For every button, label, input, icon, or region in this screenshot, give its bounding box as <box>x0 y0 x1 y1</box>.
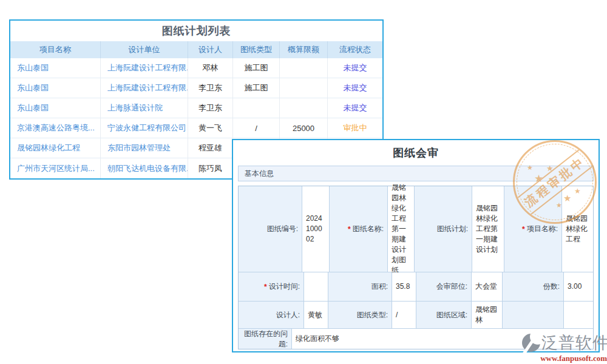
cell-status: 未提交 <box>328 78 382 98</box>
cell-unit[interactable]: 上海阮建设计工程有限... <box>101 78 188 98</box>
label-drawing-region: 图纸区域: <box>416 302 472 328</box>
field-copies[interactable]: 3.00 <box>564 272 593 301</box>
review-form: 图纸编号: 2024100002 *图纸名称: 晟铭园林绿化工程第一期建设计划图… <box>238 186 594 349</box>
label-drawing-type: 图纸类型: <box>328 302 392 328</box>
table-row[interactable]: 东山泰国 上海阮建设计工程有限... 李卫东 施工图 未提交 <box>10 78 382 98</box>
cell-status: 审批中 <box>328 118 382 138</box>
field-drawing-type[interactable]: / <box>392 302 416 328</box>
vendor-url: www.fanpusoft.com <box>522 354 607 363</box>
field-design-time[interactable] <box>304 272 328 301</box>
cell-project[interactable]: 广州市天河区统计局... <box>10 158 101 178</box>
vendor-logo: 泛普软件 www.fanpusoft.com <box>522 332 607 363</box>
cell-designer: 陈巧凤 <box>188 158 233 178</box>
table-row[interactable]: 东山泰国 上海阮建设计工程有限... 邓林 施工图 未提交 <box>10 58 382 78</box>
cell-designer: 黄一飞 <box>188 118 233 138</box>
plan-list-header: 项目名称 设计单位 设计人 图纸类型 概算限额 流程状态 <box>10 41 382 58</box>
field-drawing-number[interactable]: 2024100002 <box>302 186 330 272</box>
label-review-location: 会审部位: <box>416 272 472 301</box>
field-drawing-plan[interactable]: 晟铭园林绿化工程第一期建设计划 <box>472 186 504 272</box>
required-mark: * <box>348 225 351 234</box>
field-empty[interactable] <box>564 302 593 328</box>
cell-budget: 25000 <box>280 118 328 138</box>
label-drawing-plan: 图纸计划: <box>415 186 472 272</box>
field-area[interactable]: 35.8 <box>392 272 416 301</box>
section-basic-info: 基本信息 <box>238 166 594 181</box>
cell-budget <box>280 78 328 98</box>
field-drawing-region[interactable]: 晟铭园林 <box>472 302 503 328</box>
review-form-panel: 图纸会审 基本信息 图纸编号: 2024100002 *图纸名称: 晟铭园林绿化… <box>232 139 600 352</box>
cell-designer: 邓林 <box>188 58 233 78</box>
label-drawing-name: *图纸名称: <box>330 186 388 272</box>
cell-type: 施工图 <box>233 58 280 78</box>
fanpu-logo-icon <box>522 333 541 352</box>
cell-unit[interactable]: 宁波永健工程有限公司 <box>101 118 188 138</box>
required-mark: * <box>264 283 267 291</box>
label-drawing-problems: 图纸存在的问题: <box>239 329 292 349</box>
col-header-designer: 设计人 <box>188 41 233 58</box>
field-review-location[interactable]: 大会堂 <box>472 272 503 301</box>
cell-unit[interactable]: 朝阳飞达机电设备有限... <box>101 158 188 178</box>
label-designer: 设计人: <box>239 302 304 328</box>
cell-project[interactable]: 京港澳高速公路粤境... <box>10 118 101 138</box>
cell-status: 未提交 <box>328 98 382 118</box>
form-row-1: 图纸编号: 2024100002 *图纸名称: 晟铭园林绿化工程第一期建设计划图… <box>239 186 593 272</box>
cell-unit[interactable]: 上海脉通设计院 <box>101 98 188 118</box>
cell-designer: 李卫东 <box>188 78 233 98</box>
field-drawing-name[interactable]: 晟铭园林绿化工程第一期建设计划图纸 <box>388 186 415 272</box>
label-project-name: *项目名称: <box>504 186 562 272</box>
col-header-status: 流程状态 <box>328 41 382 58</box>
label-area: 面积: <box>328 272 392 301</box>
cell-designer: 程亚雄 <box>188 138 233 158</box>
cell-unit[interactable]: 东阳市园林管理处 <box>101 138 188 158</box>
field-project-name[interactable]: 晟铭园林绿化工程 <box>562 186 593 272</box>
cell-budget <box>280 58 328 78</box>
col-header-project: 项目名称 <box>10 41 101 58</box>
col-header-unit: 设计单位 <box>101 41 188 58</box>
field-designer[interactable]: 黄敏 <box>304 302 328 328</box>
label-drawing-number: 图纸编号: <box>239 186 302 272</box>
label-empty <box>503 302 564 328</box>
form-row-2: *设计时间: 面积: 35.8 会审部位: 大会堂 份数: 3.00 <box>239 272 593 302</box>
cell-project[interactable]: 东山泰国 <box>10 78 101 98</box>
table-row[interactable]: 东山泰国 上海脉通设计院 李卫东 未提交 <box>10 98 382 118</box>
label-design-time: *设计时间: <box>239 272 304 301</box>
label-copies: 份数: <box>503 272 564 301</box>
cell-type <box>233 98 280 118</box>
cell-status: 未提交 <box>328 58 382 78</box>
required-mark: * <box>522 225 525 234</box>
cell-type: / <box>233 118 280 138</box>
cell-project[interactable]: 东山泰国 <box>10 98 101 118</box>
col-header-type: 图纸类型 <box>233 41 280 58</box>
cell-designer: 李卫东 <box>188 98 233 118</box>
vendor-name: 泛普软件 <box>541 332 607 354</box>
cell-budget <box>280 98 328 118</box>
cell-type: 施工图 <box>233 78 280 98</box>
table-row[interactable]: 京港澳高速公路粤境... 宁波永健工程有限公司 黄一飞 / 25000 审批中 <box>10 118 382 138</box>
plan-list-title: 图纸计划列表 <box>10 21 382 41</box>
col-header-budget: 概算限额 <box>280 41 328 58</box>
review-form-title: 图纸会审 <box>233 145 599 161</box>
form-row-3: 设计人: 黄敏 图纸类型: / 图纸区域: 晟铭园林 <box>239 302 593 329</box>
cell-project[interactable]: 晟铭园林绿化工程 <box>10 138 101 158</box>
cell-unit[interactable]: 上海阮建设计工程有限... <box>101 58 188 78</box>
cell-project[interactable]: 东山泰国 <box>10 58 101 78</box>
